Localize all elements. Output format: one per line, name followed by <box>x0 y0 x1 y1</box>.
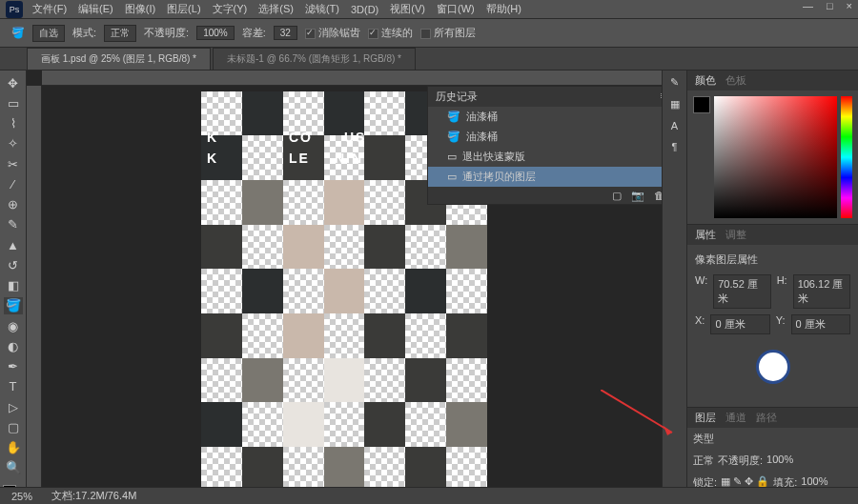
contiguous-checkbox[interactable]: 连续的 <box>368 26 413 40</box>
props-title: 像素图层属性 <box>695 252 850 267</box>
menu-file[interactable]: 文件(F) <box>32 2 67 16</box>
menu-image[interactable]: 图像(I) <box>125 2 155 16</box>
history-item[interactable]: 🪣油漆桶 <box>428 107 662 127</box>
y-label: Y: <box>776 314 786 334</box>
width-label: W: <box>695 274 707 309</box>
paragraph-panel-icon[interactable]: ¶ <box>672 141 678 152</box>
blend-mode-select[interactable]: 正常 <box>104 25 136 42</box>
type-tool[interactable]: T <box>4 378 23 395</box>
color-tab[interactable]: 颜色 <box>695 73 716 88</box>
height-input[interactable]: 106.12 厘米 <box>793 274 850 309</box>
auto-select[interactable]: 自选 <box>32 25 65 42</box>
ruler-vertical <box>27 86 42 504</box>
swatches-tab[interactable]: 色板 <box>725 73 746 88</box>
layer-filter[interactable]: 类型 <box>693 432 714 446</box>
properties-tab[interactable]: 属性 <box>695 228 716 242</box>
doc-tab-1[interactable]: 画板 1.psd @ 25% (图层 1, RGB/8) * <box>27 48 211 70</box>
shape-tool[interactable]: ▢ <box>4 418 23 435</box>
document-tabs: 画板 1.psd @ 25% (图层 1, RGB/8) * 未标题-1 @ 6… <box>0 48 858 71</box>
menu-edit[interactable]: 编辑(E) <box>78 2 113 16</box>
zoom-level[interactable]: 25% <box>11 491 32 502</box>
paths-tab[interactable]: 路径 <box>756 411 777 425</box>
tolerance-input[interactable]: 32 <box>274 26 297 40</box>
canvas-area[interactable]: K CO US K LE NIN 历史记录≡ 🪣油漆桶 🪣油漆桶 ▭退出快速蒙版… <box>27 71 662 504</box>
doc-tab-2[interactable]: 未标题-1 @ 66.7% (圆角矩形 1, RGB/8) * <box>213 48 416 70</box>
canvas-text: US <box>344 130 366 145</box>
history-brush-tool[interactable]: ↺ <box>4 256 23 273</box>
foreground-color[interactable] <box>693 96 710 113</box>
panel-menu-icon[interactable]: ≡ <box>661 90 662 104</box>
pen-tool[interactable]: ✒ <box>4 358 23 375</box>
channels-tab[interactable]: 通道 <box>725 411 746 425</box>
layer-blend-mode[interactable]: 正常 <box>693 454 714 468</box>
layer-opacity[interactable]: 100% <box>766 454 793 468</box>
color-field[interactable] <box>714 96 837 218</box>
zoom-tool[interactable]: 🔍 <box>4 459 23 476</box>
adjustments-tab[interactable]: 调整 <box>725 228 746 242</box>
dodge-tool[interactable]: ◐ <box>4 337 23 354</box>
opacity-label: 不透明度: <box>144 26 189 40</box>
antialias-checkbox[interactable]: 消除锯齿 <box>305 26 360 40</box>
hue-slider[interactable] <box>841 96 852 218</box>
trash-icon[interactable]: 🗑 <box>654 190 662 201</box>
layers-tab[interactable]: 图层 <box>695 411 716 425</box>
crop-tool[interactable]: ✂ <box>4 155 23 172</box>
menu-type[interactable]: 文字(Y) <box>213 2 248 16</box>
hand-tool[interactable]: ✋ <box>4 439 23 456</box>
menu-layer[interactable]: 图层(L) <box>167 2 200 16</box>
history-panel: 历史记录≡ 🪣油漆桶 🪣油漆桶 ▭退出快速蒙版 ▭通过拷贝的图层 ▢📷🗑 <box>427 86 662 205</box>
brush-tool[interactable]: ✎ <box>4 216 23 233</box>
camera-icon[interactable]: 📷 <box>631 190 644 202</box>
character-panel-icon[interactable]: A <box>671 120 678 131</box>
tool-preset-icon[interactable]: 🪣 <box>11 27 25 39</box>
window-minimize[interactable]: — <box>803 0 813 11</box>
menu-filter[interactable]: 滤镜(T) <box>305 2 339 16</box>
bucket-tool[interactable]: 🪣 <box>4 297 23 314</box>
canvas-text: NIN <box>335 151 363 166</box>
canvas-text: K <box>207 151 218 166</box>
heal-tool[interactable]: ⊕ <box>4 196 23 213</box>
layer-opacity-label: 不透明度: <box>718 454 763 468</box>
menu-select[interactable]: 选择(S) <box>258 2 294 16</box>
menu-help[interactable]: 帮助(H) <box>486 2 521 16</box>
menu-3d[interactable]: 3D(D) <box>351 4 378 15</box>
collapsed-panels: ✎ ▦ A ¶ <box>662 71 686 504</box>
window-close[interactable]: × <box>847 0 852 11</box>
stamp-graphic <box>756 350 790 384</box>
history-item[interactable]: ▭退出快速蒙版 <box>428 147 662 167</box>
brush-panel-icon[interactable]: ✎ <box>670 76 679 89</box>
options-bar: 🪣 自选 模式: 正常 不透明度: 100% 容差: 32 消除锯齿 连续的 所… <box>0 19 858 48</box>
blur-tool[interactable]: ◉ <box>4 317 23 334</box>
lasso-tool[interactable]: ⌇ <box>4 115 23 132</box>
doc-size: 文档:17.2M/76.4M <box>51 489 136 503</box>
menu-window[interactable]: 窗口(W) <box>437 2 475 16</box>
app-logo: Ps <box>6 1 23 18</box>
history-item-selected[interactable]: ▭通过拷贝的图层 <box>428 167 662 187</box>
move-tool[interactable]: ✥ <box>4 74 23 91</box>
snapshot-icon[interactable]: ▢ <box>612 190 622 202</box>
tolerance-label: 容差: <box>242 26 266 40</box>
menu-view[interactable]: 视图(V) <box>390 2 425 16</box>
eraser-tool[interactable]: ◧ <box>4 277 23 294</box>
window-maximize[interactable]: □ <box>827 0 833 11</box>
all-layers-checkbox[interactable]: 所有图层 <box>420 26 476 40</box>
menu-bar: Ps 文件(F) 编辑(E) 图像(I) 图层(L) 文字(Y) 选择(S) 滤… <box>0 0 858 19</box>
ruler-horizontal <box>42 71 662 86</box>
properties-panel: 属性调整 像素图层属性 W:70.52 厘米 H:106.12 厘米 X:0 厘… <box>687 225 858 408</box>
opacity-input[interactable]: 100% <box>196 26 235 40</box>
eyedropper-tool[interactable]: ⁄ <box>4 175 23 192</box>
history-item[interactable]: 🪣油漆桶 <box>428 127 662 147</box>
x-input[interactable]: 0 厘米 <box>710 314 769 334</box>
height-label: H: <box>777 274 787 309</box>
wand-tool[interactable]: ✧ <box>4 135 23 152</box>
path-tool[interactable]: ▷ <box>4 398 23 415</box>
swatches-panel-icon[interactable]: ▦ <box>670 98 680 111</box>
right-panels: 颜色色板 属性调整 像素图层属性 W:70.52 厘米 H:106.12 厘米 … <box>686 71 858 504</box>
canvas-text: LE <box>289 151 310 166</box>
toolbox: ✥ ▭ ⌇ ✧ ✂ ⁄ ⊕ ✎ ▲ ↺ ◧ 🪣 ◉ ◐ ✒ T ▷ ▢ ✋ 🔍 <box>0 71 27 504</box>
marquee-tool[interactable]: ▭ <box>4 94 23 111</box>
canvas-text: CO <box>289 130 313 145</box>
stamp-tool[interactable]: ▲ <box>4 236 23 253</box>
y-input[interactable]: 0 厘米 <box>791 314 850 334</box>
width-input[interactable]: 70.52 厘米 <box>713 274 770 309</box>
